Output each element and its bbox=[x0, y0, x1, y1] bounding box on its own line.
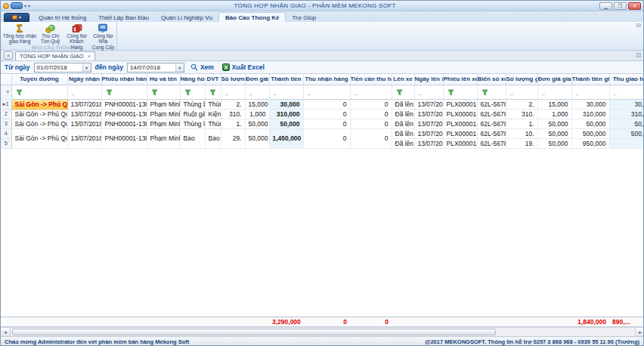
filter-cell[interactable]: – bbox=[67, 85, 101, 99]
cell[interactable]: Sài Gòn -> Phú Quốc bbox=[11, 99, 67, 109]
cell[interactable]: Sài Gòn -> Phú Quốc bbox=[11, 119, 67, 128]
cell[interactable]: 0 bbox=[350, 128, 392, 148]
cell[interactable]: PLX00001-130718 bbox=[443, 109, 477, 119]
cell[interactable]: 62L-56789 bbox=[477, 119, 506, 128]
cell[interactable]: 50,000 bbox=[571, 119, 609, 128]
cell[interactable]: Sài Gòn -> Phú Quốc bbox=[11, 128, 67, 148]
cell[interactable]: 13/07/2018 bbox=[414, 109, 443, 119]
cell[interactable]: Thùng bình bbox=[180, 99, 205, 109]
cell[interactable]: 50,000 bbox=[245, 128, 269, 148]
filter-cell[interactable]: – bbox=[414, 85, 443, 99]
filter-cell[interactable] bbox=[147, 85, 180, 99]
scrollbar-track[interactable] bbox=[11, 328, 635, 336]
cell[interactable]: Ruột gà bbox=[180, 109, 205, 119]
to-date-picker[interactable]: 14/07/2018 ▾ bbox=[127, 63, 184, 73]
cell[interactable]: PLX00001-130718 bbox=[443, 99, 477, 109]
restore-button[interactable]: ❐ bbox=[614, 2, 627, 10]
col-header-bien-so-xe[interactable]: Biển số xe bbox=[477, 74, 506, 85]
export-excel-button[interactable]: Xuất Excel bbox=[220, 63, 267, 72]
cell[interactable]: Phạm Minh Hải bbox=[147, 119, 180, 128]
cell[interactable]: 30,000 bbox=[269, 99, 303, 109]
cell[interactable]: 310. bbox=[221, 109, 245, 119]
col-header-phieu-nhan-hang[interactable]: Phiếu nhận hàng bbox=[101, 74, 147, 85]
cell[interactable]: PNH00001-130718 bbox=[101, 128, 147, 148]
filter-cell[interactable]: – bbox=[506, 85, 537, 99]
summary-report-button[interactable]: Σ Tổng hợp nhận giao hàng bbox=[2, 22, 37, 45]
cell[interactable]: 15,000 bbox=[537, 99, 571, 109]
tab-tool-button[interactable]: × bbox=[4, 51, 13, 60]
minimize-button[interactable]: ▁ bbox=[599, 2, 612, 10]
cell[interactable]: 0 bbox=[303, 99, 350, 109]
from-date-picker[interactable]: 01/07/2018 ▾ bbox=[34, 63, 91, 73]
cell[interactable]: 29. bbox=[221, 128, 245, 148]
ribbon-tab-bao-cao-thong-ke[interactable]: Báo Cáo Thống Kê bbox=[218, 12, 286, 22]
document-tab-tong-hop-nhan-giao[interactable]: TỔNG HỢP NHẬN GIAO × bbox=[15, 51, 95, 60]
col-header-thanh-tien[interactable]: Thành tiền bbox=[269, 74, 303, 85]
cell[interactable]: 19. bbox=[506, 138, 537, 148]
cell[interactable]: 0 bbox=[303, 119, 350, 128]
filter-cell[interactable]: – bbox=[537, 85, 571, 99]
ribbon-tab-tro-giup[interactable]: Trợ Giúp bbox=[286, 13, 322, 22]
cell[interactable]: Thùng loa bbox=[180, 119, 205, 128]
col-header-ngay-nhan[interactable]: Ngày nhận bbox=[67, 74, 101, 85]
cell[interactable]: 0 bbox=[350, 99, 392, 109]
cell[interactable]: 13/07/2018 bbox=[67, 99, 101, 109]
col-header-tuyen-duong[interactable]: Tuyến đường bbox=[11, 74, 67, 85]
tab-list-icon[interactable] bbox=[636, 53, 641, 57]
cell[interactable]: 62L-56789 bbox=[477, 99, 506, 109]
col-header-len-xe[interactable]: Lên xe bbox=[392, 74, 414, 85]
cell[interactable]: 13/07/2018 bbox=[67, 109, 101, 119]
cell[interactable]: Đã lên xe bbox=[392, 119, 414, 128]
filter-cell[interactable]: – bbox=[269, 85, 303, 99]
col-header-ho-va-ten[interactable]: Họ và tên bbox=[147, 74, 180, 85]
cell[interactable]: 1,450,000 bbox=[269, 128, 303, 148]
cell[interactable]: Phạm Minh Hải bbox=[147, 99, 180, 109]
cell[interactable]: 0 bbox=[350, 109, 392, 119]
cell[interactable]: 500,000 bbox=[609, 128, 643, 138]
filter-cell[interactable] bbox=[11, 85, 67, 99]
filter-cell[interactable] bbox=[205, 85, 221, 99]
cell[interactable]: 2. bbox=[221, 99, 245, 109]
cell[interactable]: Phạm Minh Hải bbox=[147, 128, 180, 148]
cell[interactable]: 62L-56789 bbox=[477, 128, 506, 138]
cell[interactable]: Đã lên xe bbox=[392, 109, 414, 119]
col-header-so-luong-giao[interactable]: Số lượng giao bbox=[506, 74, 537, 85]
col-header-thu-nhan-hang[interactable]: Thu nhận hàng bbox=[303, 74, 350, 85]
cell[interactable]: 310,000 bbox=[609, 109, 643, 119]
col-header-thu-giao-hang[interactable]: Thu giao hàng bbox=[609, 74, 643, 85]
cell[interactable]: 13/07/2018 bbox=[67, 128, 101, 148]
cash-fund-report-button[interactable]: Thu Chi Tồn Quỹ bbox=[37, 22, 63, 45]
filter-cell[interactable] bbox=[443, 85, 477, 99]
filter-indicator-cell[interactable]: ▾ bbox=[1, 85, 11, 99]
tab-close-icon[interactable]: × bbox=[88, 54, 91, 59]
cell[interactable]: Thùng bbox=[205, 119, 221, 128]
col-header-don-gia[interactable]: Đơn giá bbox=[245, 74, 269, 85]
cell[interactable]: PLX00001-130718 bbox=[443, 119, 477, 128]
cell[interactable]: 2. bbox=[506, 99, 537, 109]
cell[interactable]: Phạm Minh Hải bbox=[147, 109, 180, 119]
col-header-tien-can-thu-ho[interactable]: Tiền cần thu hộ bbox=[350, 74, 392, 85]
close-button[interactable]: ✕ bbox=[628, 2, 641, 10]
caret-down-icon[interactable]: ▾ bbox=[24, 4, 26, 8]
col-header-phieu-len-xe[interactable]: Phiếu lên xe bbox=[443, 74, 477, 85]
cell[interactable]: 13/07/2018 bbox=[414, 138, 443, 148]
cell[interactable]: 50,000 bbox=[245, 119, 269, 128]
cell[interactable]: 50,000 bbox=[609, 119, 643, 128]
cell[interactable]: 1,000 bbox=[245, 109, 269, 119]
cell[interactable]: 500,000 bbox=[571, 128, 609, 138]
cell[interactable]: 50,000 bbox=[537, 119, 571, 128]
cell[interactable]: 50,000 bbox=[537, 128, 571, 138]
filter-cell[interactable]: – bbox=[609, 85, 643, 99]
cell[interactable]: Đã lên xe bbox=[392, 138, 414, 148]
cell[interactable]: PLX00001-130718 bbox=[443, 138, 477, 148]
cell[interactable]: 13/07/2018 bbox=[414, 99, 443, 109]
ribbon-tab-quan-li-nghiep-vu[interactable]: Quản Lí Nghiệp Vụ bbox=[155, 13, 218, 22]
cell[interactable]: PNH00001-130718 bbox=[101, 119, 147, 128]
row-indicator[interactable]: 4 bbox=[1, 128, 11, 138]
cell[interactable]: PLX00001-130718 bbox=[443, 128, 477, 138]
cell[interactable]: 13/07/2018 bbox=[67, 119, 101, 128]
cell[interactable]: 0 bbox=[303, 128, 350, 148]
filter-cell[interactable]: – bbox=[221, 85, 245, 99]
cell[interactable]: Kiện bbox=[205, 109, 221, 119]
row-indicator[interactable]: 5 bbox=[1, 138, 11, 148]
